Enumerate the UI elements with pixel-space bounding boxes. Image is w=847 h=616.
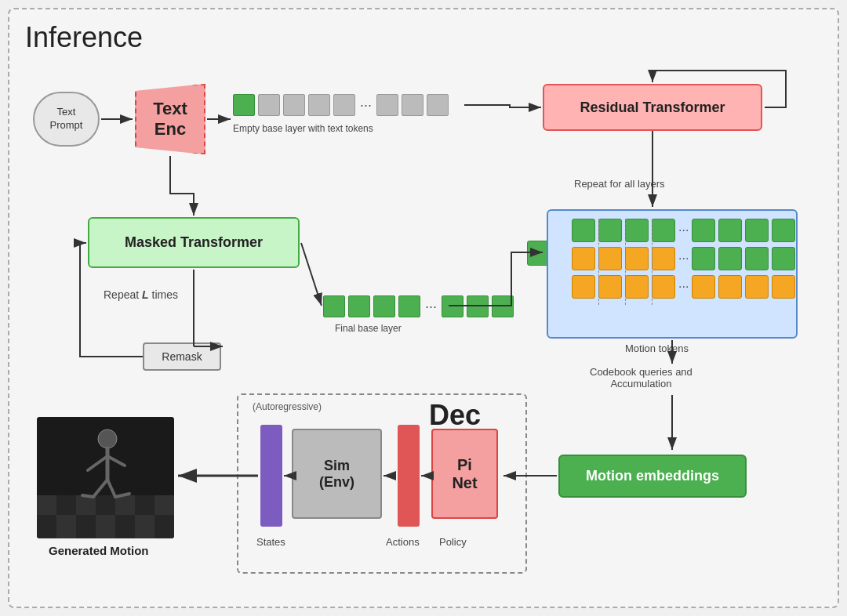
text-enc-label: Text Enc — [153, 99, 187, 140]
svg-rect-6 — [115, 495, 135, 515]
final-base-label: Final base layer — [335, 323, 402, 334]
policy-label: Policy — [439, 536, 467, 548]
dec-label: Dec — [429, 399, 481, 432]
final-token-green-4 — [398, 295, 420, 317]
final-token-green-3 — [373, 295, 395, 317]
motion-embeddings-box: Motion embeddings — [558, 455, 747, 498]
base-layer-tokens: ··· — [233, 94, 449, 116]
mt-green-5 — [692, 219, 715, 242]
pinet-box: Pi Net — [431, 429, 498, 519]
actions-label: Actions — [386, 536, 420, 548]
final-token-green-7 — [492, 295, 514, 317]
final-token-green-6 — [467, 295, 489, 317]
svg-rect-9 — [37, 515, 56, 538]
svg-point-16 — [98, 429, 117, 448]
final-base-tokens: ··· — [323, 295, 514, 317]
masked-transformer-box: Masked Transformer — [88, 217, 300, 268]
repeat-l-times-label: Repeat L times — [104, 288, 178, 301]
generated-motion-image — [37, 417, 174, 538]
svg-rect-13 — [115, 515, 135, 538]
mt-yellow-3 — [625, 247, 649, 270]
repeat-all-layers-label: Repeat for all layers — [574, 178, 665, 190]
residual-transformer-label: Residual Transformer — [580, 100, 725, 116]
token-gray-3 — [308, 94, 330, 116]
generated-motion-label: Generated Motion — [49, 544, 149, 557]
mt-green-9 — [692, 247, 715, 270]
repeat-text: Repeat — [104, 288, 142, 301]
motion-token-grid: ··· ··· — [572, 219, 795, 299]
dashed-line-1 — [598, 219, 599, 305]
sim-env-box: Sim (Env) — [292, 429, 382, 519]
repeat-l-letter: L — [142, 288, 149, 301]
dashed-line-3 — [652, 219, 653, 305]
masked-transformer-label: Masked Transformer — [125, 234, 263, 251]
codebook-label: Codebook queries and Accumulation — [590, 366, 693, 390]
mt-yellow-2 — [598, 247, 622, 270]
token-gray-6 — [402, 94, 424, 116]
states-label: States — [256, 536, 285, 548]
final-token-green-2 — [348, 295, 370, 317]
mt-dots-3: ··· — [678, 280, 689, 294]
dashed-line-2 — [625, 219, 626, 305]
mt-green-1 — [572, 219, 595, 242]
text-prompt-cloud: Text Prompt — [33, 92, 100, 147]
mt-yellow-7 — [625, 275, 649, 299]
mt-dots-2: ··· — [678, 252, 689, 266]
remask-label: Remask — [162, 350, 202, 363]
token-green-1 — [233, 94, 255, 116]
sim-env-label: Sim (Env) — [319, 458, 354, 491]
mt-yellow-1 — [572, 247, 595, 270]
token-gray-4 — [333, 94, 355, 116]
token-gray-7 — [427, 94, 449, 116]
remask-box: Remask — [143, 342, 221, 371]
motion-tokens-label: Motion tokens — [625, 342, 689, 354]
motion-tokens-box: ··· ··· — [547, 209, 798, 339]
mt-yellow-4 — [652, 247, 675, 270]
token-dots-1: ··· — [360, 97, 372, 114]
mt-yellow-8 — [652, 275, 675, 299]
motion-embeddings-label: Motion embeddings — [586, 468, 719, 484]
mt-yellow-10 — [718, 275, 742, 299]
svg-rect-14 — [135, 515, 154, 538]
text-enc-box: Text Enc — [135, 84, 205, 154]
motion-row-3: ··· — [572, 275, 795, 299]
mt-green-7 — [745, 219, 769, 242]
motion-row-1: ··· — [572, 219, 795, 242]
action-bar — [398, 425, 420, 527]
svg-rect-8 — [154, 495, 174, 515]
mt-green-4 — [652, 219, 675, 242]
main-container: Inference Text Prompt Text Enc ··· Empty… — [8, 8, 839, 608]
mt-green-8 — [772, 219, 795, 242]
mt-green-6 — [718, 219, 742, 242]
svg-rect-10 — [56, 515, 76, 538]
base-layer-label: Empty base layer with text tokens — [233, 123, 373, 134]
text-prompt-label: Text Prompt — [50, 106, 83, 132]
mt-yellow-6 — [598, 275, 622, 299]
token-gray-1 — [258, 94, 280, 116]
svg-rect-12 — [96, 515, 115, 538]
svg-line-21 — [82, 495, 93, 497]
mt-yellow-5 — [572, 275, 595, 299]
final-token-green-5 — [442, 295, 463, 317]
svg-rect-2 — [37, 495, 56, 515]
mt-yellow-12 — [772, 275, 795, 299]
mt-green-3 — [625, 219, 649, 242]
page-title: Inference — [25, 21, 143, 54]
token-gray-5 — [376, 94, 398, 116]
svg-rect-11 — [76, 515, 96, 538]
token-gray-2 — [283, 94, 305, 116]
residual-transformer-box: Residual Transformer — [543, 84, 762, 131]
mt-green-10 — [718, 247, 742, 270]
pinet-label: Pi Net — [452, 456, 477, 492]
motion-row-2: ··· — [572, 247, 795, 270]
svg-rect-5 — [96, 495, 115, 515]
svg-rect-15 — [154, 515, 174, 538]
autoregressive-label: (Autoregressive) — [253, 401, 322, 412]
mt-yellow-11 — [745, 275, 769, 299]
state-bar — [260, 425, 282, 527]
svg-rect-3 — [56, 495, 76, 515]
mt-yellow-9 — [692, 275, 715, 299]
final-token-dots: ··· — [425, 299, 437, 315]
mt-green-12 — [772, 247, 795, 270]
mt-green-11 — [745, 247, 769, 270]
